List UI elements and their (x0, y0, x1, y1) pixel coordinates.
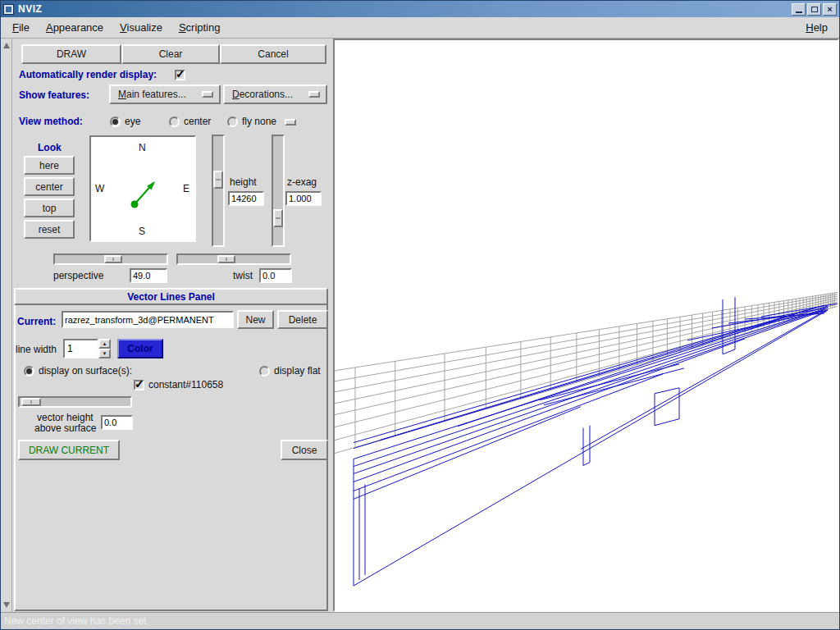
perspective-slider[interactable] (53, 253, 168, 265)
constant-surface-checkbox[interactable] (134, 380, 144, 390)
cancel-button[interactable]: Cancel (220, 44, 326, 64)
close-button[interactable]: × (823, 3, 837, 16)
vector-height-slider-handle[interactable] (21, 398, 41, 406)
spin-up-icon[interactable]: ▲ (98, 339, 111, 349)
close-button-panel[interactable]: Close (281, 440, 328, 460)
perspective-input[interactable] (130, 268, 167, 283)
draw-button[interactable]: DRAW (21, 44, 121, 64)
twist-input[interactable] (259, 268, 292, 283)
perspective-slider-handle[interactable] (104, 255, 122, 263)
current-label: Current: (17, 316, 56, 327)
main-features-label: Main features... (118, 89, 186, 100)
line-width-spinner[interactable]: ▲ ▼ (63, 339, 111, 358)
menu-indicator-icon (308, 91, 320, 98)
status-message: New center of view has been set (4, 615, 146, 627)
view-fly-radio[interactable] (227, 116, 238, 127)
vector-height-input[interactable] (101, 415, 133, 430)
view-eye-label: eye (125, 116, 140, 127)
render-canvas[interactable] (333, 39, 839, 612)
scroll-up-icon[interactable] (3, 43, 10, 48)
show-features-label: Show features: (19, 89, 89, 101)
display-on-surfaces-radio[interactable] (24, 366, 34, 377)
look-here-button[interactable]: here (24, 156, 75, 175)
vector-height-label-line1: vector height (37, 412, 94, 423)
window-icon[interactable] (3, 4, 14, 15)
menu-appearance[interactable]: Appearance (38, 18, 112, 37)
compass-east-label: E (183, 183, 189, 194)
close-icon: × (827, 4, 832, 14)
maximize-icon (811, 7, 818, 12)
panel-scrollbar[interactable] (1, 39, 12, 612)
zexag-input[interactable] (285, 191, 322, 206)
titlebar[interactable]: NVIZ × (1, 1, 839, 17)
compass-north-label: N (139, 142, 146, 153)
view-eye-radio[interactable] (110, 116, 121, 127)
menu-file[interactable]: File (4, 18, 38, 37)
compass-widget[interactable]: N S W E (89, 135, 196, 242)
height-slider[interactable] (212, 135, 225, 247)
twist-slider-handle[interactable] (217, 255, 235, 263)
new-button[interactable]: New (237, 310, 274, 329)
decorations-label: Decorations... (232, 89, 293, 100)
line-width-label: line width (16, 344, 57, 355)
perspective-label: perspective (53, 270, 103, 281)
fly-menu-indicator-icon[interactable] (285, 119, 296, 126)
statusbar: New center of view has been set (1, 612, 839, 629)
vector-lines-panel-title: Vector Lines Panel (127, 291, 215, 303)
view-center-radio[interactable] (169, 116, 180, 127)
height-label: height (230, 176, 257, 188)
current-vector-input[interactable] (62, 311, 234, 328)
zexag-label: z-exag (287, 176, 317, 188)
zexag-slider-handle[interactable] (273, 209, 283, 227)
nviz-window: NVIZ × File Appearance Visualize Scripti… (0, 0, 840, 630)
look-top-button[interactable]: top (24, 199, 75, 217)
color-button[interactable]: Color (117, 339, 163, 358)
menu-scripting[interactable]: Scripting (171, 18, 229, 37)
vector-height-slider[interactable] (18, 396, 132, 408)
scroll-down-icon[interactable] (3, 602, 10, 608)
compass-south-label: S (139, 226, 145, 237)
twist-label: twist (233, 270, 253, 281)
control-panel: DRAW Clear Cancel Automatically render d… (12, 39, 333, 612)
vector-height-label-line2: above surface (34, 422, 96, 434)
auto-render-label: Automatically render display: (19, 69, 157, 80)
menu-visualize[interactable]: Visualize (112, 18, 171, 37)
height-input[interactable] (228, 191, 264, 206)
window-title: NVIZ (18, 3, 790, 15)
minimize-icon (796, 11, 802, 13)
clear-button[interactable]: Clear (121, 44, 220, 64)
look-reset-button[interactable]: reset (24, 220, 75, 239)
zexag-slider[interactable] (272, 135, 285, 247)
display-on-surfaces-label: display on surface(s): (39, 365, 132, 377)
display-flat-label: display flat (274, 365, 321, 377)
menu-help[interactable]: Help (797, 18, 836, 37)
look-label: Look (38, 142, 62, 153)
look-center-button[interactable]: center (24, 177, 75, 196)
view-center-label: center (184, 116, 211, 127)
menu-indicator-icon (202, 91, 213, 98)
display-flat-radio[interactable] (259, 366, 270, 377)
spin-down-icon[interactable]: ▼ (98, 349, 111, 358)
line-width-input[interactable] (63, 339, 98, 358)
main-area: DRAW Clear Cancel Automatically render d… (1, 39, 839, 612)
height-slider-handle[interactable] (213, 171, 223, 189)
decorations-menubutton[interactable]: Decorations... (223, 84, 327, 104)
view-method-label: View method: (19, 116, 83, 127)
twist-slider[interactable] (176, 253, 291, 265)
draw-current-button[interactable]: DRAW CURRENT (18, 440, 120, 460)
terrain-wireframe-view (335, 40, 838, 610)
maximize-button[interactable] (807, 3, 821, 16)
minimize-button[interactable] (792, 3, 806, 16)
menubar: File Appearance Visualize Scripting Help (1, 17, 839, 39)
vector-lines-panel-header: Vector Lines Panel (14, 288, 328, 305)
view-fly-label: fly none (242, 116, 276, 127)
compass-west-label: W (95, 183, 104, 194)
auto-render-checkbox[interactable] (175, 70, 185, 80)
constant-surface-label: constant#110658 (148, 379, 223, 390)
delete-button[interactable]: Delete (277, 310, 328, 329)
main-features-menubutton[interactable]: Main features... (109, 84, 221, 104)
